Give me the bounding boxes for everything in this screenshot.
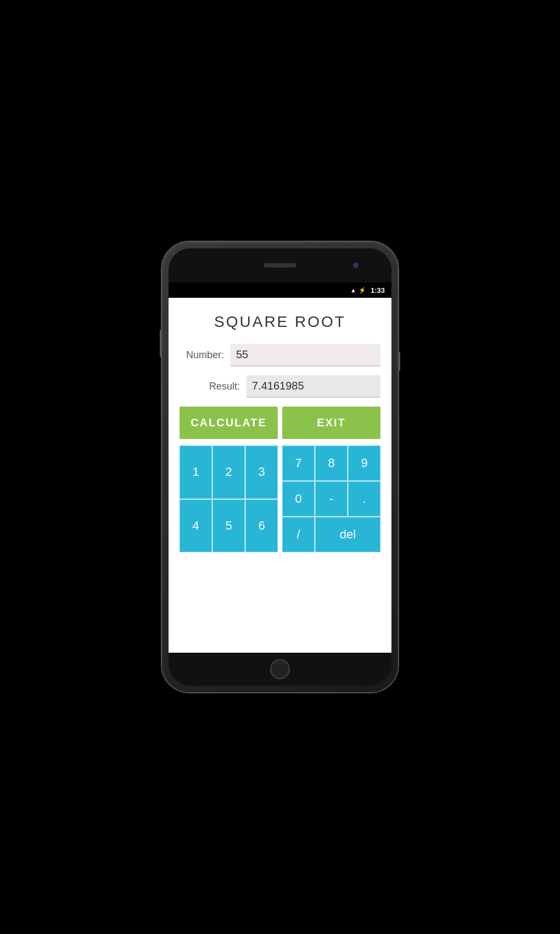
- key-4[interactable]: 4: [180, 499, 212, 553]
- number-row: Number:: [180, 344, 380, 366]
- numpad-right: 7 8 9 0 - . / del: [282, 446, 380, 552]
- bottom-bezel: [169, 653, 391, 686]
- key-dot[interactable]: .: [348, 481, 380, 516]
- phone-screen: ▲ ⚡ 1:33 SQUARE ROOT Number: Result: 7.4…: [169, 248, 391, 686]
- key-3[interactable]: 3: [245, 446, 278, 499]
- numpad: 1 2 3 4 5 6 7 8 9 0 - .: [180, 446, 380, 552]
- status-time: 1:33: [371, 286, 385, 294]
- speaker: [264, 263, 296, 268]
- key-8[interactable]: 8: [315, 446, 348, 481]
- key-6[interactable]: 6: [245, 499, 278, 553]
- result-label: Result:: [180, 381, 240, 392]
- numpad-left: 1 2 3 4 5 6: [180, 446, 278, 552]
- result-row: Result: 7.4161985: [180, 375, 380, 398]
- result-field: 7.4161985: [247, 375, 380, 398]
- exit-button[interactable]: EXIT: [282, 407, 380, 439]
- phone-device: ▲ ⚡ 1:33 SQUARE ROOT Number: Result: 7.4…: [162, 242, 398, 692]
- action-buttons: CALCULATE EXIT: [180, 407, 380, 439]
- calculate-button[interactable]: CALCULATE: [180, 407, 278, 439]
- status-bar: ▲ ⚡ 1:33: [169, 282, 391, 298]
- key-1[interactable]: 1: [180, 446, 212, 499]
- camera: [353, 263, 359, 268]
- app-screen: SQUARE ROOT Number: Result: 7.4161985 CA…: [169, 298, 391, 653]
- key-2[interactable]: 2: [212, 446, 245, 499]
- signal-icon: ▲: [350, 287, 356, 293]
- home-button[interactable]: [270, 659, 290, 679]
- key-7[interactable]: 7: [282, 446, 315, 481]
- key-0[interactable]: 0: [282, 481, 315, 516]
- key-del[interactable]: del: [315, 517, 380, 552]
- app-content: SQUARE ROOT Number: Result: 7.4161985 CA…: [169, 298, 391, 653]
- power-button[interactable]: [398, 352, 400, 371]
- top-bezel: [169, 248, 391, 282]
- volume-button[interactable]: [160, 330, 162, 357]
- key-minus[interactable]: -: [315, 481, 348, 516]
- number-label: Number:: [180, 349, 224, 361]
- battery-icon: ⚡: [359, 287, 366, 294]
- key-9[interactable]: 9: [348, 446, 380, 481]
- app-title: SQUARE ROOT: [180, 313, 380, 331]
- key-slash[interactable]: /: [282, 517, 315, 552]
- key-5[interactable]: 5: [212, 499, 245, 553]
- number-input[interactable]: [231, 344, 380, 366]
